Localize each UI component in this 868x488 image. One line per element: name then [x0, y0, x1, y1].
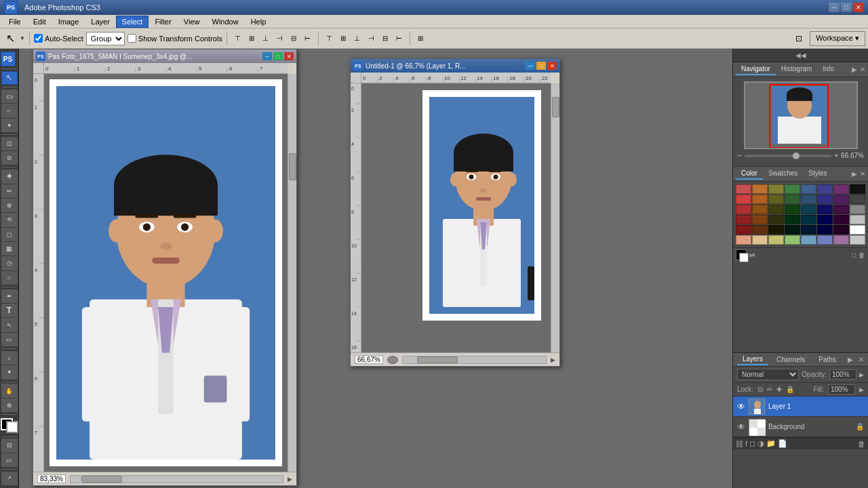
- workspace-icon-btn[interactable]: ⊡: [792, 31, 807, 46]
- swatch[interactable]: [752, 215, 768, 224]
- swatch[interactable]: [785, 215, 800, 224]
- swatch[interactable]: [785, 195, 800, 204]
- lasso-tool[interactable]: ⌐: [1, 104, 18, 117]
- swatch[interactable]: [768, 184, 784, 194]
- layer-adjust-btn[interactable]: ◑: [757, 439, 764, 448]
- doc2-minimize[interactable]: ─: [526, 62, 535, 70]
- close-button[interactable]: ✕: [853, 3, 864, 12]
- doc2-scrollbar-h[interactable]: [402, 356, 547, 364]
- auto-select-checkbox[interactable]: Auto-Select: [34, 34, 83, 43]
- swatch[interactable]: [850, 225, 865, 235]
- tab-color[interactable]: Color: [736, 168, 763, 180]
- dodge-tool[interactable]: ○: [1, 271, 18, 285]
- align-hcenter-btn[interactable]: ⊟: [288, 31, 300, 46]
- doc1-maximize[interactable]: □: [273, 52, 283, 60]
- gradient-tool[interactable]: ▦: [1, 242, 18, 256]
- layer-mask-btn[interactable]: ◻: [749, 439, 755, 448]
- doc1-scroll-thumb-h[interactable]: [81, 476, 122, 483]
- minimize-button[interactable]: ─: [829, 3, 840, 12]
- tab-styles[interactable]: Styles: [803, 168, 832, 180]
- eraser-tool[interactable]: ◻: [1, 228, 18, 241]
- swatch[interactable]: [736, 215, 751, 224]
- layer-new-btn[interactable]: 📄: [778, 439, 787, 448]
- dist-left-btn[interactable]: ⊣: [365, 31, 378, 46]
- swatch[interactable]: [736, 235, 751, 245]
- swatch[interactable]: [736, 195, 751, 204]
- pen-tool[interactable]: ✒: [1, 289, 18, 303]
- healing-brush-tool[interactable]: ✚: [1, 169, 18, 183]
- menu-help[interactable]: Help: [245, 16, 273, 28]
- background-visibility-eye[interactable]: 👁: [737, 422, 745, 432]
- clone-stamp-tool[interactable]: ⊕: [1, 199, 18, 212]
- screen-mode-btn[interactable]: ▭: [1, 453, 18, 467]
- lock-position-btn[interactable]: ✚: [776, 386, 782, 393]
- layers-close-btn[interactable]: ✕: [859, 356, 864, 363]
- swatch[interactable]: [817, 235, 833, 245]
- swatch[interactable]: [833, 235, 849, 245]
- workspace-dropdown[interactable]: Workspace ▾: [810, 31, 865, 46]
- dist-vcenter-btn[interactable]: ⊞: [337, 31, 349, 46]
- swatch[interactable]: [768, 205, 784, 214]
- align-right-btn[interactable]: ⊢: [301, 31, 314, 46]
- menu-image[interactable]: Image: [52, 16, 85, 28]
- doc2-close[interactable]: ✕: [547, 62, 557, 70]
- slice-tool[interactable]: ⊘: [1, 151, 18, 165]
- tab-channels[interactable]: Channels: [771, 354, 810, 365]
- doc2-scroll-thumb-h[interactable]: [417, 357, 458, 363]
- align-vcenter-btn[interactable]: ⊞: [245, 31, 258, 46]
- layer-delete-btn[interactable]: 🗑: [858, 440, 865, 448]
- swap-colors-btn[interactable]: ⇄: [749, 251, 755, 259]
- menu-edit[interactable]: Edit: [27, 16, 52, 28]
- layers-menu-btn[interactable]: ▶: [848, 356, 853, 363]
- menu-window[interactable]: Window: [206, 16, 245, 28]
- swatch[interactable]: [768, 215, 784, 224]
- blend-mode-select[interactable]: Normal Multiply Screen: [737, 369, 799, 380]
- nav-zoom-thumb[interactable]: [793, 152, 800, 159]
- doc2-scrollbar-v[interactable]: [551, 83, 559, 352]
- dist-bottom-btn[interactable]: ⊥: [351, 31, 363, 46]
- dist-hcenter-btn[interactable]: ⊟: [379, 31, 391, 46]
- zoom-tool[interactable]: ⊕: [1, 399, 18, 412]
- layer-fx-btn[interactable]: f: [745, 440, 747, 448]
- swatch[interactable]: [833, 184, 849, 194]
- swatch[interactable]: [817, 215, 833, 224]
- swatch[interactable]: [833, 205, 849, 214]
- doc1-scroll-thumb-v[interactable]: [289, 153, 296, 180]
- fill-value[interactable]: 100%: [828, 384, 855, 394]
- path-selection-tool[interactable]: ↖: [1, 318, 18, 331]
- swatch[interactable]: [736, 225, 751, 235]
- cs3-link-btn[interactable]: ↗: [1, 472, 18, 485]
- dist-top-btn[interactable]: ⊤: [323, 31, 336, 46]
- doc1-scrollbar-v[interactable]: [288, 74, 296, 472]
- swatch[interactable]: [752, 205, 768, 214]
- tab-histogram[interactable]: Histogram: [776, 64, 818, 75]
- swatch[interactable]: [752, 195, 768, 204]
- layer-link-btn[interactable]: ⛓: [736, 440, 743, 448]
- swatch[interactable]: [801, 225, 816, 235]
- tab-navigator[interactable]: Navigator: [736, 64, 776, 75]
- panel-collapse-btn[interactable]: ◀◀: [795, 52, 806, 59]
- opacity-arrow[interactable]: ▶: [859, 371, 864, 378]
- text-tool[interactable]: T: [1, 304, 18, 317]
- swatch[interactable]: [736, 205, 751, 214]
- doc1-info-icon[interactable]: ▶: [288, 476, 292, 483]
- notes-tool[interactable]: ♪: [1, 351, 18, 365]
- menu-filter[interactable]: Filter: [149, 16, 177, 28]
- eyedropper-tool[interactable]: ✦: [1, 365, 18, 379]
- magic-wand-tool[interactable]: ✦: [1, 119, 18, 132]
- swatch[interactable]: [817, 195, 833, 204]
- color-menu-btn[interactable]: ▶: [852, 170, 857, 178]
- marquee-tool[interactable]: ▭: [1, 89, 18, 103]
- shape-tool[interactable]: ▭: [1, 333, 18, 346]
- align-left-btn[interactable]: ⊣: [273, 31, 286, 46]
- swatch[interactable]: [833, 225, 849, 235]
- swatch[interactable]: [768, 195, 784, 204]
- tab-swatches[interactable]: Swatches: [763, 168, 803, 180]
- color-close-btn[interactable]: ✕: [860, 170, 865, 178]
- swatch[interactable]: [801, 195, 816, 204]
- show-transform-checkbox[interactable]: Show Transform Controls: [127, 34, 222, 43]
- swatch[interactable]: [785, 184, 800, 194]
- doc1-minimize[interactable]: ─: [262, 52, 272, 60]
- doc2-scroll-thumb-v[interactable]: [552, 97, 559, 117]
- auto-select-type-select[interactable]: Group Layer: [86, 32, 125, 45]
